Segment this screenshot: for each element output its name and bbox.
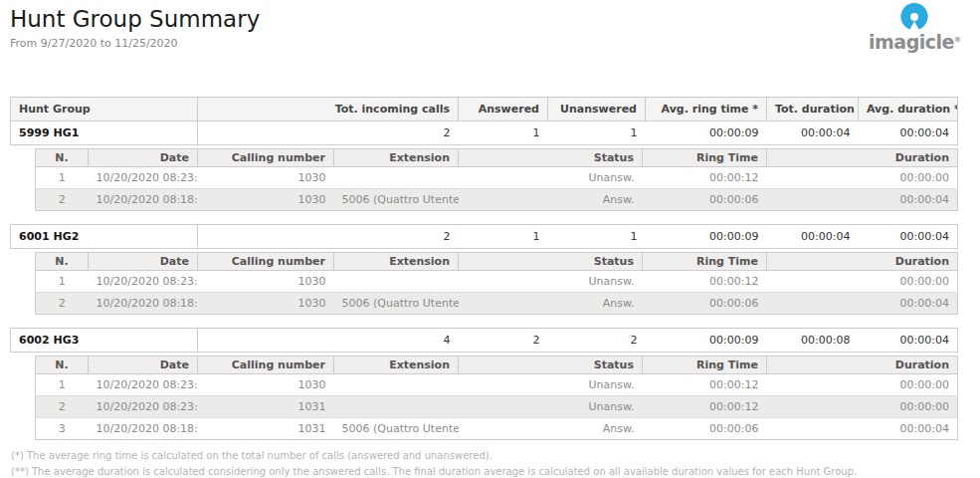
ring-time: 00:00:06 (643, 418, 767, 440)
call-date: 10/20/2020 08:23:55 (89, 167, 198, 189)
avg-ring-time: 00:00:09 (646, 121, 767, 145)
col-header-tot-duration: Tot. duration (767, 98, 859, 121)
report-footnotes: (*) The average ring time is calculated … (11, 448, 967, 478)
hunt-group-name: 6001 HG2 (11, 225, 198, 249)
col-header-calling-number: Calling number (198, 149, 334, 167)
answered-count: 1 (459, 121, 548, 145)
call-number: 1 (36, 271, 89, 293)
calling-number: 1030 (198, 293, 334, 315)
avg-ring-time: 00:00:09 (646, 329, 767, 353)
calls-detail-table: N. Date Calling number Extension Status … (35, 252, 958, 315)
call-row: 2 10/20/2020 08:23:55 1031 Unansw. 00:00… (36, 396, 958, 418)
tot-duration: 00:00:04 (767, 225, 859, 249)
extension (334, 271, 459, 293)
calling-number: 1030 (198, 189, 334, 211)
imagicle-logo: imagicle® (869, 2, 960, 52)
call-number: 2 (36, 189, 89, 211)
call-date: 10/20/2020 08:23:55 (89, 396, 198, 418)
col-header-status: Status (459, 253, 643, 271)
col-header-extension: Extension (334, 253, 459, 271)
call-number: 1 (36, 167, 89, 189)
extension (334, 167, 459, 189)
unanswered-count: 2 (548, 329, 646, 353)
hunt-group-name: 6002 HG3 (11, 329, 198, 353)
call-number: 2 (36, 293, 89, 315)
tot-duration: 00:00:04 (767, 121, 859, 145)
call-duration: 00:00:04 (767, 293, 958, 315)
call-date: 10/20/2020 08:18:45 (89, 189, 198, 211)
avg-ring-time: 00:00:09 (646, 225, 767, 249)
col-header-n: N. (36, 149, 89, 167)
call-number: 2 (36, 396, 89, 418)
imagicle-logo-text: imagicle® (869, 30, 960, 52)
footnote-avg-ring-time: (*) The average ring time is calculated … (11, 448, 967, 464)
col-header-duration: Duration (767, 253, 958, 271)
ring-time: 00:00:06 (643, 189, 767, 211)
tot-duration: 00:00:08 (767, 329, 859, 353)
call-row: 1 10/20/2020 08:23:55 1030 Unansw. 00:00… (36, 271, 958, 293)
extension: 5006 (Quattro Utente) (334, 418, 459, 440)
tot-incoming-calls: 4 (198, 329, 459, 353)
call-duration: 00:00:00 (767, 374, 958, 396)
calls-detail-table: N. Date Calling number Extension Status … (35, 148, 958, 211)
call-duration: 00:00:04 (767, 189, 958, 211)
col-header-answered: Answered (459, 98, 548, 121)
call-duration: 00:00:00 (767, 396, 958, 418)
registered-mark: ® (954, 36, 961, 44)
avg-duration: 00:00:04 (859, 225, 958, 249)
call-status: Unansw. (459, 374, 643, 396)
call-date: 10/20/2020 08:23:55 (89, 271, 198, 293)
col-header-unanswered: Unanswered (548, 98, 646, 121)
summary-table: Hunt Group Tot. incoming calls Answered … (10, 97, 958, 145)
unanswered-count: 1 (548, 225, 646, 249)
summary-table: 6002 HG3 4 2 2 00:00:09 00:00:08 00:00:0… (10, 328, 958, 353)
extension: 5006 (Quattro Utente) (334, 293, 459, 315)
col-header-date: Date (89, 149, 198, 167)
calling-number: 1030 (198, 167, 334, 189)
answered-count: 1 (459, 225, 548, 249)
group-summary-row: 6001 HG2 2 1 1 00:00:09 00:00:04 00:00:0… (11, 225, 958, 249)
call-duration: 00:00:00 (767, 271, 958, 293)
imagicle-logo-icon (899, 2, 929, 32)
extension: 5006 (Quattro Utente) (334, 189, 459, 211)
call-number: 3 (36, 418, 89, 440)
call-duration: 00:00:04 (767, 418, 958, 440)
call-status: Answ. (459, 293, 643, 315)
col-header-ring-time: Ring Time (643, 357, 767, 374)
unanswered-count: 1 (548, 121, 646, 145)
extension (334, 374, 459, 396)
call-date: 10/20/2020 08:18:45 (89, 293, 198, 315)
call-row: 2 10/20/2020 08:18:45 1030 5006 (Quattro… (36, 189, 958, 211)
call-row: 2 10/20/2020 08:18:45 1030 5006 (Quattro… (36, 293, 958, 315)
detail-header-row: N. Date Calling number Extension Status … (36, 253, 958, 271)
col-header-status: Status (459, 357, 643, 374)
call-status: Answ. (459, 189, 643, 211)
report-page: Hunt Group Summary From 9/27/2020 to 11/… (0, 0, 980, 478)
hunt-group-name: 5999 HG1 (11, 121, 198, 145)
col-header-hunt-group: Hunt Group (11, 98, 198, 121)
call-status: Unansw. (459, 396, 643, 418)
call-status: Unansw. (459, 167, 643, 189)
calls-detail-table: N. Date Calling number Extension Status … (35, 356, 958, 440)
summary-table: 6001 HG2 2 1 1 00:00:09 00:00:04 00:00:0… (10, 224, 958, 249)
col-header-duration: Duration (767, 357, 958, 374)
detail-header-row: N. Date Calling number Extension Status … (36, 357, 958, 374)
col-header-date: Date (89, 253, 198, 271)
col-header-date: Date (89, 357, 198, 374)
call-duration: 00:00:00 (767, 167, 958, 189)
ring-time: 00:00:12 (643, 374, 767, 396)
col-header-n: N. (36, 253, 89, 271)
call-status: Unansw. (459, 271, 643, 293)
col-header-extension: Extension (334, 357, 459, 374)
ring-time: 00:00:12 (643, 396, 767, 418)
ring-time: 00:00:12 (643, 167, 767, 189)
call-number: 1 (36, 374, 89, 396)
call-date: 10/20/2020 08:23:55 (89, 374, 198, 396)
ring-time: 00:00:12 (643, 271, 767, 293)
col-header-calling-number: Calling number (198, 253, 334, 271)
calling-number: 1030 (198, 374, 334, 396)
col-header-n: N. (36, 357, 89, 374)
page-title: Hunt Group Summary (10, 6, 967, 32)
calling-number: 1031 (198, 396, 334, 418)
avg-duration: 00:00:04 (859, 329, 958, 353)
